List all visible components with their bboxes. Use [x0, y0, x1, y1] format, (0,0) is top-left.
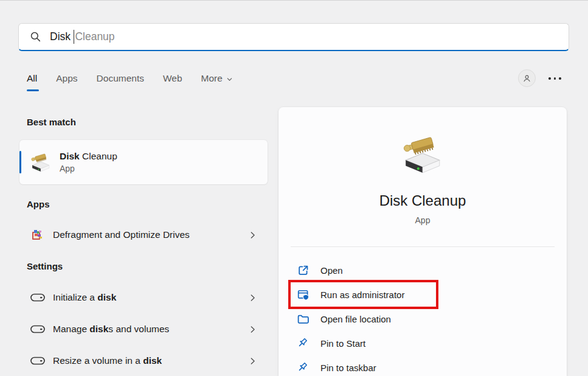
profile-button[interactable] — [518, 69, 536, 87]
more-options-button[interactable] — [548, 74, 566, 83]
person-icon — [522, 73, 532, 83]
action-pin-to-taskbar[interactable]: Pin to taskbar — [278, 355, 567, 376]
chevron-down-icon — [226, 76, 233, 83]
windows-search-panel: Disk Cleanup All Apps Documents Web More… — [0, 0, 588, 376]
tab-all[interactable]: All — [27, 73, 37, 91]
search-icon — [30, 31, 41, 43]
action-label: Pin to taskbar — [320, 363, 376, 373]
tab-more[interactable]: More — [201, 73, 233, 91]
window-shield-icon — [297, 288, 310, 301]
result-label: Manage disks and volumes — [53, 324, 169, 335]
chevron-right-icon — [249, 357, 257, 365]
best-match-result-disk-cleanup[interactable]: Disk Cleanup App — [19, 140, 268, 184]
best-match-header: Best match — [27, 117, 76, 127]
tab-apps[interactable]: Apps — [56, 73, 77, 91]
result-label: Initialize a disk — [53, 292, 116, 303]
selection-accent-bar — [19, 151, 21, 173]
search-query-text: Disk — [50, 30, 74, 43]
result-resize-a-volume-in-a-disk[interactable]: Resize a volume in a disk — [19, 349, 268, 372]
chevron-right-icon — [249, 326, 257, 333]
tab-documents[interactable]: Documents — [97, 73, 144, 91]
folder-icon — [297, 313, 310, 326]
result-defragment-and-optimize-drives[interactable]: Defragment and Optimize Drives — [19, 223, 268, 246]
action-label: Open — [320, 265, 343, 276]
apps-header: Apps — [27, 199, 50, 209]
open-external-icon — [297, 264, 310, 277]
disk-cleanup-icon — [29, 152, 52, 173]
action-open[interactable]: Open — [278, 258, 567, 282]
drive-icon — [30, 322, 45, 336]
divider — [291, 246, 555, 247]
pin-icon — [297, 361, 310, 374]
result-manage-disks-and-volumes[interactable]: Manage disks and volumes — [19, 318, 268, 341]
search-filter-tabs: All Apps Documents Web More — [27, 73, 233, 91]
active-tab-underline — [27, 89, 39, 91]
result-label: Defragment and Optimize Drives — [53, 229, 190, 240]
preview-app-type: App — [278, 215, 567, 225]
action-pin-to-start[interactable]: Pin to Start — [278, 331, 567, 355]
best-match-type: App — [60, 164, 117, 173]
preview-app-title: Disk Cleanup — [278, 192, 567, 209]
drive-icon — [30, 290, 45, 305]
disk-cleanup-icon — [399, 134, 446, 175]
action-open-file-location[interactable]: Open file location — [278, 307, 567, 331]
preview-panel: Disk Cleanup App Open Run as administrat… — [278, 107, 567, 376]
action-label: Open file location — [320, 314, 391, 324]
action-label: Pin to Start — [320, 338, 365, 349]
drive-icon — [30, 353, 45, 368]
text-cursor — [74, 30, 75, 44]
chevron-right-icon — [249, 294, 257, 302]
settings-header: Settings — [27, 261, 63, 271]
search-suggestion-text: Cleanup — [75, 30, 114, 43]
action-list: Open Run as administrator Open file loca… — [278, 258, 567, 376]
pin-icon — [297, 337, 310, 350]
search-input[interactable]: Disk Cleanup — [18, 23, 569, 51]
defrag-icon — [30, 228, 45, 242]
action-label: Run as administrator — [320, 290, 404, 300]
result-initialize-a-disk[interactable]: Initialize a disk — [19, 286, 268, 309]
ellipsis-icon — [548, 77, 551, 80]
result-label: Resize a volume in a disk — [53, 355, 162, 366]
chevron-right-icon — [249, 231, 257, 239]
tab-web[interactable]: Web — [163, 73, 182, 91]
action-run-as-administrator[interactable]: Run as administrator — [278, 282, 567, 307]
best-match-title: Disk Cleanup — [60, 151, 117, 162]
